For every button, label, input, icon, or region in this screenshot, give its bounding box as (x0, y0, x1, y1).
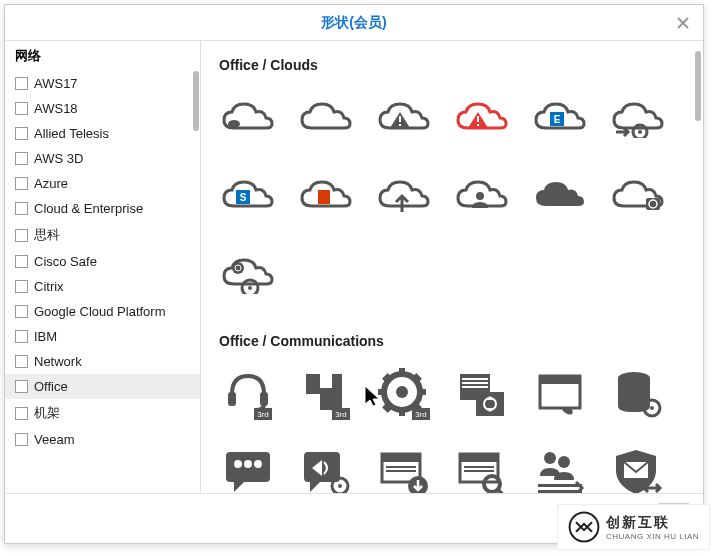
watermark: 创新互联 CHUANG XIN HU LIAN (557, 504, 710, 550)
sidebar-item-aws18[interactable]: AWS18 (5, 96, 200, 121)
svg-rect-41 (462, 378, 488, 380)
sidebar-item-label: Network (34, 354, 82, 369)
cloud-warning-icon[interactable] (375, 89, 433, 147)
sidebar-item-ibm[interactable]: IBM (5, 324, 200, 349)
sidebar-item-label: Allied Telesis (34, 126, 109, 141)
cloud-filled-icon[interactable] (531, 167, 589, 225)
chat-users-icon[interactable] (219, 443, 277, 493)
checkbox-icon[interactable] (15, 177, 28, 190)
checkbox-icon[interactable] (15, 152, 28, 165)
svg-rect-44 (476, 392, 504, 416)
sidebar-header: 网络 (5, 41, 200, 71)
watermark-logo-icon (568, 511, 600, 543)
sidebar-item-label: Google Cloud Platform (34, 304, 166, 319)
main-scrollbar[interactable] (695, 51, 701, 121)
watermark-brand-en: CHUANG XIN HU LIAN (606, 532, 699, 541)
sidebar-scrollbar[interactable] (193, 71, 199, 131)
sidebar-item-cloud-enterprise[interactable]: Cloud & Enterprise (5, 196, 200, 221)
cloud-outline-icon[interactable] (219, 89, 277, 147)
cloud-alert-red-icon[interactable] (453, 89, 511, 147)
sidebar-item-label: 机架 (34, 404, 60, 422)
sidebar-item-label: Citrix (34, 279, 64, 294)
sidebar-item--[interactable]: 思科 (5, 221, 200, 249)
svg-rect-43 (462, 386, 488, 388)
svg-text:3rd: 3rd (415, 410, 427, 419)
sidebar-item-label: Azure (34, 176, 68, 191)
svg-rect-47 (540, 376, 580, 384)
cloud-globe-icon[interactable] (609, 167, 667, 225)
cloud-upload-icon[interactable] (375, 167, 433, 225)
sidebar-item-allied-telesis[interactable]: Allied Telesis (5, 121, 200, 146)
svg-point-57 (338, 484, 342, 488)
svg-rect-66 (464, 470, 494, 472)
checkbox-icon[interactable] (15, 433, 28, 446)
icon-grid: E S (219, 89, 685, 303)
svg-point-15 (232, 262, 244, 274)
sidebar-item-aws17[interactable]: AWS17 (5, 71, 200, 96)
checkbox-icon[interactable] (15, 202, 28, 215)
shield-envelope-icon[interactable] (609, 443, 667, 493)
svg-point-29 (396, 386, 408, 398)
checkbox-icon[interactable] (15, 407, 28, 420)
cloud-globe-gear-icon[interactable] (219, 245, 277, 303)
sidebar-item-citrix[interactable]: Citrix (5, 274, 200, 299)
close-icon (677, 17, 689, 29)
windows-sync-icon[interactable] (453, 365, 511, 423)
svg-point-52 (234, 460, 242, 468)
cloud-exchange-icon[interactable]: E (531, 89, 589, 147)
checkbox-icon[interactable] (15, 229, 28, 242)
svg-rect-25 (306, 394, 320, 410)
checkbox-icon[interactable] (15, 255, 28, 268)
sidebar-item-label: Veeam (34, 432, 74, 447)
checkbox-icon[interactable] (15, 280, 28, 293)
megaphone-gear-icon[interactable] (297, 443, 355, 493)
gear-3rd-icon[interactable]: 3rd (375, 365, 433, 423)
close-button[interactable] (673, 13, 693, 33)
svg-rect-30 (399, 368, 405, 376)
cloud-gear-arrow-icon[interactable] (609, 89, 667, 147)
squares-3rd-icon[interactable]: 3rd (297, 365, 355, 423)
sidebar-item-veeam[interactable]: Veeam (5, 427, 200, 452)
phone-window-icon[interactable] (531, 365, 589, 423)
svg-point-68 (544, 452, 556, 464)
checkbox-icon[interactable] (15, 330, 28, 343)
sidebar-item--[interactable]: 机架 (5, 399, 200, 427)
svg-point-18 (248, 286, 252, 290)
sidebar-item-label: AWS18 (34, 101, 78, 116)
svg-point-8 (638, 130, 642, 134)
sidebar-item-label: Cloud & Enterprise (34, 201, 143, 216)
svg-text:S: S (240, 192, 247, 203)
checkbox-icon[interactable] (15, 355, 28, 368)
svg-rect-24 (320, 374, 332, 388)
cloud-empty-icon[interactable] (297, 89, 355, 147)
users-lines-icon[interactable] (531, 443, 589, 493)
svg-point-54 (254, 460, 262, 468)
sidebar-item-azure[interactable]: Azure (5, 171, 200, 196)
cloud-sharepoint-icon[interactable]: S (219, 167, 277, 225)
sidebar-item-network[interactable]: Network (5, 349, 200, 374)
database-gear-icon[interactable] (609, 365, 667, 423)
sidebar-item-label: Cisco Safe (34, 254, 97, 269)
cloud-user-icon[interactable] (453, 167, 511, 225)
sidebar-item-google-cloud-platform[interactable]: Google Cloud Platform (5, 299, 200, 324)
dialog-title: 形状(会员) (321, 14, 386, 32)
checkbox-icon[interactable] (15, 380, 28, 393)
svg-rect-33 (418, 389, 426, 395)
sidebar-item-cisco-safe[interactable]: Cisco Safe (5, 249, 200, 274)
checkbox-icon[interactable] (15, 305, 28, 318)
svg-rect-19 (228, 392, 236, 406)
checkbox-icon[interactable] (15, 127, 28, 140)
sidebar-item-office[interactable]: Office (5, 374, 200, 399)
envelope-search-icon[interactable] (453, 443, 511, 493)
sidebar-item-label: Office (34, 379, 68, 394)
envelope-down-icon[interactable] (375, 443, 433, 493)
svg-point-67 (484, 476, 500, 492)
sidebar-item-aws-3d[interactable]: AWS 3D (5, 146, 200, 171)
cloud-office-icon[interactable] (297, 167, 355, 225)
section-title: Office / Communications (219, 333, 685, 349)
svg-rect-4 (477, 124, 479, 126)
checkbox-icon[interactable] (15, 102, 28, 115)
headset-3rd-icon[interactable]: 3rd (219, 365, 277, 423)
svg-rect-20 (260, 392, 268, 406)
checkbox-icon[interactable] (15, 77, 28, 90)
